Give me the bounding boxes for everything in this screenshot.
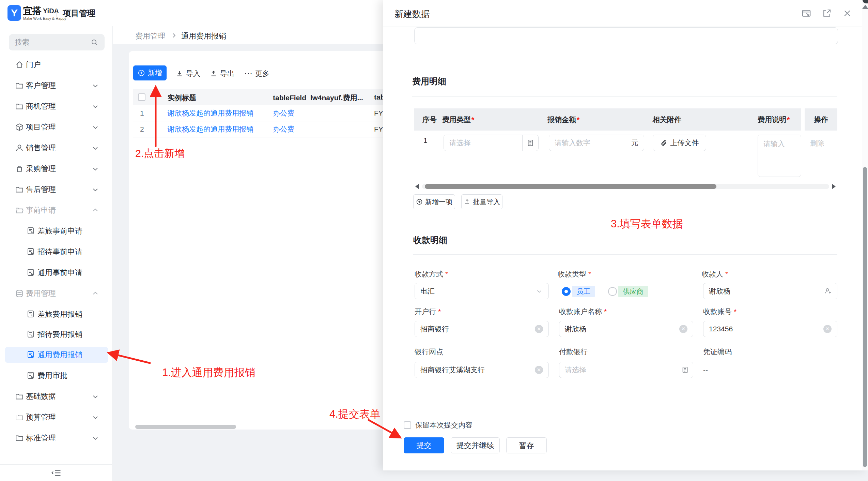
- sidebar-item-project[interactable]: 项目管理: [5, 119, 108, 135]
- document-icon: [27, 330, 35, 339]
- new-data-modal: 新建数据 费用明细 序号 费用类型* 报销金额* 相关附件 费用说明* 操作 1…: [383, 0, 868, 470]
- expense-row-index: 1: [423, 136, 428, 145]
- select-all-checkbox[interactable]: [138, 93, 145, 101]
- sidebar-group-expense[interactable]: 费用管理: [5, 285, 108, 302]
- sidebar-item-reception-expense[interactable]: 招待费用报销: [5, 326, 108, 343]
- chevron-down-icon: [91, 123, 99, 131]
- search-input[interactable]: 搜索: [9, 34, 105, 50]
- keep-content-option[interactable]: 保留本次提交内容: [404, 420, 472, 430]
- payee-input[interactable]: 谢欣杨: [703, 283, 837, 299]
- sidebar-item-opportunity[interactable]: 商机管理: [5, 98, 108, 115]
- plus-circle-icon: [138, 69, 145, 77]
- paperclip-icon: [660, 139, 667, 147]
- breadcrumb-parent[interactable]: 费用管理: [135, 31, 165, 41]
- employee-radio[interactable]: [562, 287, 571, 296]
- sidebar-item-customer[interactable]: 客户管理: [5, 77, 108, 94]
- sidebar: 搜索 门户 客户管理 商机管理 项目管理 销售管理 采购管理 售后管理: [0, 26, 113, 481]
- sidebar-item-base-data[interactable]: 基础数据: [5, 388, 108, 405]
- document-picker-icon[interactable]: [677, 362, 693, 378]
- user-icon: [15, 144, 24, 152]
- sidebar-item-general-pre-application[interactable]: 通用事前申请: [5, 265, 108, 281]
- chevron-down-icon: [91, 81, 99, 90]
- clear-icon[interactable]: ✕: [535, 325, 543, 333]
- clear-icon[interactable]: ✕: [679, 325, 687, 333]
- sidebar-item-reception-pre-application[interactable]: 招待事前申请: [5, 244, 108, 260]
- account-no-input[interactable]: 123456 ✕: [703, 321, 837, 337]
- row-extra: FY: [374, 109, 383, 117]
- sidebar-item-travel-pre-application[interactable]: 差旅事前申请: [5, 223, 108, 239]
- scroll-up-arrow[interactable]: [862, 5, 868, 9]
- sidebar-item-purchase[interactable]: 采购管理: [5, 161, 108, 177]
- add-item-button[interactable]: 新增一项: [413, 194, 455, 209]
- batch-import-button[interactable]: 批量导入: [461, 194, 502, 209]
- horizontal-scrollbar[interactable]: [135, 425, 236, 429]
- col-header-title[interactable]: 实例标题: [168, 93, 196, 103]
- scroll-right-arrow[interactable]: [832, 184, 836, 189]
- modal-scroll-thumb[interactable]: [863, 167, 867, 467]
- scroll-left-arrow[interactable]: [415, 184, 419, 189]
- clear-icon[interactable]: ✕: [535, 366, 543, 374]
- supplier-tag[interactable]: 供应商: [618, 286, 648, 297]
- export-button[interactable]: 导出: [210, 69, 234, 78]
- brand-name-cn: 宜搭: [23, 5, 42, 17]
- row-title-link[interactable]: 谢欣杨发起的通用费用报销: [168, 108, 253, 118]
- collapse-sidebar-icon[interactable]: [51, 468, 61, 477]
- sidebar-item-aftersales[interactable]: 售后管理: [5, 181, 108, 198]
- keep-content-checkbox[interactable]: [404, 421, 411, 429]
- scrolled-field-box[interactable]: [414, 27, 838, 44]
- sidebar-item-sales[interactable]: 销售管理: [5, 140, 108, 156]
- row-title-link[interactable]: 谢欣杨发起的通用费用报销: [168, 124, 253, 134]
- search-placeholder: 搜索: [15, 37, 29, 47]
- expense-description-textarea[interactable]: 请输入: [758, 135, 801, 177]
- import-button[interactable]: 导入: [176, 69, 200, 78]
- annotation-step3: 3.填写表单数据: [611, 217, 683, 231]
- payer-bank-select[interactable]: 请选择: [559, 362, 693, 378]
- chevron-down-icon: [91, 165, 99, 173]
- upload-file-button[interactable]: 上传文件: [653, 135, 706, 151]
- document-icon: [27, 268, 35, 277]
- sidebar-item-budget[interactable]: 预算管理: [5, 409, 108, 425]
- sidebar-item-standard[interactable]: 标准管理: [5, 430, 108, 446]
- col-header-field1[interactable]: tableField_lw4nayuf.费用...: [273, 93, 363, 103]
- chevron-down-icon: [91, 392, 99, 401]
- account-name-input[interactable]: 谢欣杨 ✕: [559, 321, 693, 337]
- folder-icon: [15, 413, 24, 422]
- submit-continue-button[interactable]: 提交并继续: [451, 437, 500, 453]
- close-icon[interactable]: [842, 8, 852, 18]
- mini-scroll-thumb[interactable]: [425, 184, 716, 189]
- save-draft-button[interactable]: 暂存: [506, 437, 547, 453]
- delete-row-button[interactable]: 删除: [810, 138, 824, 148]
- bank-input[interactable]: 招商银行 ✕: [415, 321, 549, 337]
- sidebar-group-pre-application[interactable]: 事前申请: [5, 202, 108, 219]
- document-icon: [27, 310, 35, 319]
- document-picker-icon[interactable]: [522, 135, 538, 151]
- employee-tag[interactable]: 员工: [572, 286, 595, 297]
- bag-icon: [15, 164, 24, 173]
- col-description: 费用说明*: [758, 115, 790, 124]
- open-external-icon[interactable]: [822, 8, 832, 18]
- row-expense-type[interactable]: 办公费: [273, 108, 294, 118]
- submit-button[interactable]: 提交: [404, 437, 444, 453]
- branch-input[interactable]: 招商银行艾溪湖支行 ✕: [415, 362, 549, 378]
- more-button[interactable]: ⋯ 更多: [244, 69, 269, 78]
- sidebar-item-general-expense[interactable]: 通用费用报销: [5, 347, 108, 363]
- voucher-value: --: [703, 366, 708, 374]
- branch-label: 银行网点: [415, 347, 443, 357]
- folder-icon: [15, 434, 24, 442]
- open-in-window-icon[interactable]: [801, 8, 811, 18]
- pay-method-select[interactable]: 电汇: [415, 283, 549, 299]
- supplier-radio[interactable]: [608, 287, 617, 296]
- row-expense-type[interactable]: 办公费: [273, 124, 294, 134]
- bank-label: 开户行*: [415, 307, 441, 316]
- user-add-icon[interactable]: [819, 283, 837, 299]
- row-index: 2: [140, 125, 147, 133]
- expense-type-select[interactable]: 请选择: [444, 135, 539, 151]
- expense-amount-input[interactable]: 请输入数字 元: [549, 135, 644, 151]
- sidebar-item-travel-expense[interactable]: 差旅费用报销: [5, 306, 108, 322]
- add-button[interactable]: 新增: [133, 65, 167, 80]
- modal-scrollbar[interactable]: [862, 0, 868, 470]
- brand-tagline: Make Work Easy & Happy: [23, 16, 66, 20]
- sidebar-item-portal[interactable]: 门户: [5, 57, 108, 73]
- clear-icon[interactable]: ✕: [823, 325, 832, 333]
- sidebar-item-expense-approval[interactable]: 费用审批: [5, 367, 108, 384]
